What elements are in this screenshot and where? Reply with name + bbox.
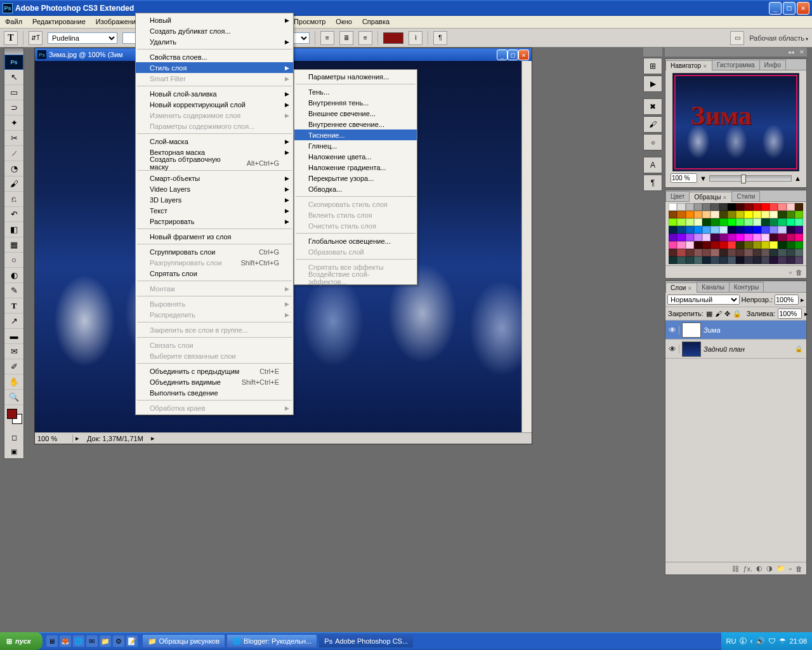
tray-icon-3[interactable]: 🔊 (756, 637, 765, 646)
tab-Каналы[interactable]: Каналы (697, 282, 730, 292)
delete-swatch-icon[interactable]: 🗑 (796, 269, 802, 276)
swatch[interactable] (787, 256, 795, 264)
swatch[interactable] (787, 234, 795, 241)
menuitem[interactable]: Текст▶ (136, 205, 293, 216)
swatch[interactable] (669, 256, 677, 264)
swatch[interactable] (778, 234, 786, 241)
tab-Стили[interactable]: Стили (731, 191, 760, 201)
swatch[interactable] (694, 218, 702, 226)
font-family-select[interactable]: Pudelina (48, 32, 117, 44)
tab-Цвет[interactable]: Цвет (665, 191, 690, 201)
swatch[interactable] (710, 234, 719, 241)
lock-position-icon[interactable]: ✥ (724, 310, 730, 318)
swatch[interactable] (686, 203, 694, 211)
swatch[interactable] (769, 203, 778, 211)
menuitem[interactable]: Слой-маска▶ (136, 136, 293, 147)
workspace-dropdown[interactable]: Рабочая область (749, 34, 808, 42)
window-maximize-button[interactable]: □ (783, 2, 796, 15)
type-tool[interactable]: T (4, 298, 23, 314)
swatch[interactable] (753, 218, 761, 226)
swatch[interactable] (769, 211, 778, 218)
swatch[interactable] (702, 241, 710, 249)
crop-tool[interactable]: ✂ (4, 131, 23, 146)
new-layer-icon[interactable]: ▫ (789, 565, 792, 573)
swatch[interactable] (787, 249, 795, 256)
menuitem[interactable]: Внутреннее свечение... (294, 119, 417, 129)
menuitem[interactable]: Обводка... (294, 183, 417, 194)
swatch[interactable] (795, 256, 803, 264)
layer-style-submenu[interactable]: Параметры наложения...Тень...Внутренняя … (294, 69, 417, 285)
swatch[interactable] (719, 203, 728, 211)
swatch[interactable] (736, 218, 744, 226)
swatch[interactable] (744, 226, 752, 234)
lock-pixels-icon[interactable]: 🖌 (715, 310, 722, 317)
layer-mask-icon[interactable]: ◐ (756, 564, 763, 573)
menuitem[interactable]: Внешнее свечение... (294, 108, 417, 119)
swatch[interactable] (686, 241, 694, 249)
tray-icon-4[interactable]: 🛡 (768, 637, 776, 646)
brush-tool[interactable]: 🖌 (4, 176, 23, 192)
layer-name[interactable]: Задний план (704, 345, 795, 353)
text-color-swatch[interactable] (383, 32, 403, 44)
swatch[interactable] (719, 226, 728, 234)
tab-Слои[interactable]: Слои✕ (665, 282, 697, 293)
visibility-icon[interactable]: 👁 (665, 326, 679, 335)
swatch[interactable] (694, 234, 702, 241)
swatch[interactable] (669, 226, 677, 234)
swatch[interactable] (795, 203, 803, 211)
opacity-input[interactable] (775, 295, 799, 305)
collapsed-panel-3[interactable]: ✖ (643, 98, 662, 115)
swatch[interactable] (702, 226, 710, 234)
menuitem[interactable]: Новый фрагмент из слоя (136, 231, 293, 242)
swatch[interactable] (719, 256, 728, 264)
swatch[interactable] (744, 256, 752, 264)
menuitem[interactable]: Внутренняя тень... (294, 97, 417, 108)
zoom-in-icon[interactable]: ▲ (794, 175, 801, 182)
menubar[interactable]: ФайлРедактированиеИзображениеСлойВыделен… (0, 16, 812, 29)
character-panel-button[interactable]: ¶ (433, 31, 447, 45)
swatch[interactable] (710, 256, 719, 264)
gradient-tool[interactable]: ▦ (4, 237, 23, 253)
ql-1[interactable]: 🖥 (46, 635, 58, 647)
menuitem[interactable]: Свойства слоев... (136, 51, 293, 62)
swatch[interactable] (778, 249, 786, 256)
stamp-tool[interactable]: ⎌ (4, 192, 23, 207)
shape-tool[interactable]: ▬ (4, 329, 23, 344)
vertical-scrollbar[interactable] (521, 61, 532, 432)
swatch[interactable] (694, 256, 702, 264)
swatch[interactable] (736, 256, 744, 264)
swatch[interactable] (736, 211, 744, 218)
warp-text-button[interactable]: ⌇ (409, 31, 422, 45)
swatch[interactable] (669, 234, 677, 241)
swatch[interactable] (769, 234, 778, 241)
swatch[interactable] (728, 234, 736, 241)
swatch[interactable] (778, 211, 786, 218)
menuitem[interactable]: Глянец... (294, 140, 417, 151)
swatch[interactable] (753, 211, 761, 218)
swatch[interactable] (677, 203, 685, 211)
swatch[interactable] (778, 241, 786, 249)
swatch[interactable] (795, 249, 803, 256)
navigator-thumbnail[interactable]: Зима (672, 73, 799, 171)
menu-файл[interactable]: Файл (0, 16, 27, 28)
menuitem[interactable]: Удалить▶ (136, 36, 293, 47)
hand-tool[interactable]: ✋ (4, 375, 23, 390)
swatch[interactable] (795, 211, 803, 218)
eyedropper-tool[interactable]: ✐ (4, 359, 23, 375)
swatch[interactable] (736, 203, 744, 211)
collapsed-panel-2[interactable]: ▶ (643, 76, 662, 92)
swatch[interactable] (710, 249, 719, 256)
swatch[interactable] (778, 256, 786, 264)
menuitem[interactable]: Создать дубликат слоя... (136, 25, 293, 36)
swatch[interactable] (753, 249, 761, 256)
swatch[interactable] (702, 203, 710, 211)
swatch[interactable] (769, 241, 778, 249)
menuitem[interactable]: Объединить видимыеShift+Ctrl+E (136, 376, 293, 387)
status-zoom[interactable]: 100 % (35, 435, 73, 442)
layer-thumb[interactable] (682, 342, 701, 357)
swatch[interactable] (686, 234, 694, 241)
swatch[interactable] (677, 211, 685, 218)
swatch[interactable] (761, 211, 769, 218)
align-right-button[interactable]: ≡ (358, 31, 372, 45)
menuitem[interactable]: Выполнить сведение (136, 387, 293, 398)
